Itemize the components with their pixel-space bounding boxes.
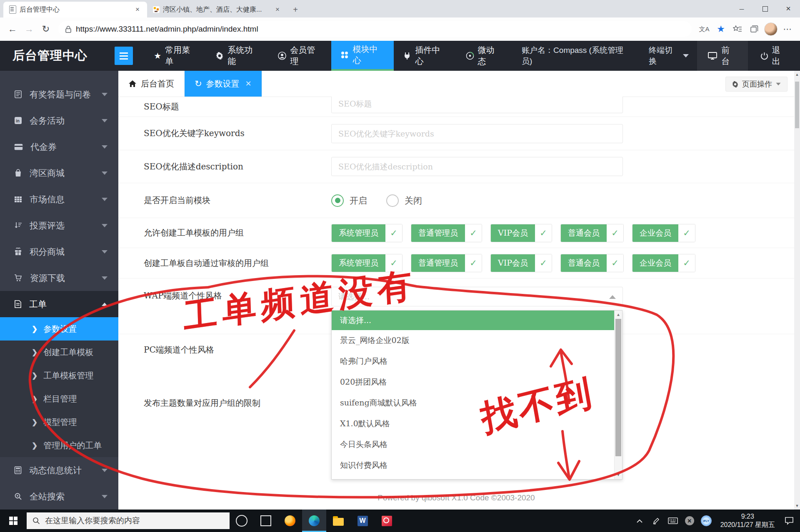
radio-off[interactable]: 关闭 [386,194,422,207]
new-tab-button[interactable]: + [290,4,301,15]
close-icon[interactable]: ✕ [245,79,252,88]
scroll-down-icon[interactable]: ▼ [794,503,800,509]
group-tag[interactable]: 普通管理员✓ [411,224,482,242]
forward-button[interactable]: → [21,21,38,37]
back-button[interactable]: ← [4,21,21,37]
scroll-up-icon[interactable]: ▲ [794,72,800,77]
nav-item-plugins[interactable]: 插件中心 [394,41,456,71]
submenu-item-user-workorders[interactable]: ❯ 管理用户的工单 [0,434,118,457]
sidebar-item-workorder[interactable]: 工单 [0,291,118,317]
dropdown-option[interactable]: 哈弗门户风格 [332,351,622,372]
group-tag[interactable]: 企业会员✓ [632,254,695,272]
dropdown-option[interactable]: X1.0默认风格 [332,413,622,434]
sidebar-item-points-mall[interactable]: 积分商城 [0,239,118,265]
taskbar-search[interactable]: 在这里输入你要搜索的内容 [27,512,230,529]
nav-item-common-menu[interactable]: ★ 常用菜单 [145,41,206,71]
maximize-button[interactable] [753,0,777,17]
seo-keywords-input[interactable] [331,124,623,143]
touch-keyboard-icon[interactable] [665,510,680,532]
scrollbar-thumb[interactable] [615,319,621,456]
tab-close-icon[interactable]: × [134,5,141,14]
page-operations-button[interactable]: 页面操作 [725,77,788,92]
submenu-item-params[interactable]: ❯ 参数设置 [0,317,118,341]
group-tag[interactable]: VIP会员✓ [490,254,552,272]
favorite-star-icon[interactable]: ★ [712,21,729,37]
frontend-button[interactable]: 前台 [697,41,748,71]
scrollbar-thumb[interactable] [795,82,799,128]
sidebar-item-mall[interactable]: 湾区商城 [0,160,118,186]
tab-close-icon[interactable]: × [274,5,281,14]
nav-item-moments[interactable]: 微动态 [457,41,511,71]
browser-menu-icon[interactable]: ⋯ [779,21,796,37]
group-tag[interactable]: 系统管理员✓ [331,224,402,242]
radio-on[interactable]: 开启 [331,194,367,207]
notification-icon[interactable] [782,510,797,532]
scroll-down-icon[interactable]: ▼ [615,472,622,478]
nav-item-members[interactable]: 会员管理 [269,41,331,71]
submenu-item-model-mgmt[interactable]: ❯ 模型管理 [0,410,118,434]
dropdown-option[interactable]: suifeng商城默认风格 [332,393,622,413]
tray-expand-icon[interactable] [632,510,647,532]
tray-x-icon[interactable]: ✕ [682,510,697,532]
dropdown-option-selected[interactable]: 请选择... [332,311,622,330]
sidebar-item-market[interactable]: 市场信息 [0,186,118,212]
word-icon[interactable]: W [350,510,375,532]
pen-icon[interactable] [649,510,664,532]
sidebar-item-vouchers[interactable]: 代金券 [0,134,118,160]
sidebar-item-resources[interactable]: 资源下载 [0,265,118,291]
collections-icon[interactable] [746,21,762,37]
task-view-button[interactable] [254,510,278,532]
tab-params-settings[interactable]: ↻ 参数设置 ✕ [185,71,262,97]
file-explorer-icon[interactable] [326,510,350,532]
seo-title-input[interactable] [331,97,623,113]
taskbar-clock[interactable]: 9:23 2020/11/27 星期五 [715,512,780,529]
submenu-item-template-mgmt[interactable]: ❯ 工单模板管理 [0,364,118,387]
group-tag[interactable]: 普通会员✓ [560,254,624,272]
dropdown-scrollbar[interactable]: ▲ ▼ [614,311,622,479]
dropdown-option[interactable]: 020拼团风格 [332,372,622,393]
sidebar-item-meetings[interactable]: in 会务活动 [0,107,118,134]
scroll-up-icon[interactable]: ▲ [615,311,622,318]
start-button[interactable] [0,510,27,532]
nav-item-system[interactable]: 系统功能 [206,41,269,71]
dropdown-option[interactable]: 知识付费风格 [332,455,622,476]
sidebar-item-stats[interactable]: 动态信息统计 [0,457,118,483]
reload-button[interactable]: ↻ [38,21,54,37]
url-field[interactable]: https://www.333111.net/admin.php/admin/i… [58,21,692,37]
wap-style-select[interactable]: 请选择... [331,287,623,306]
nav-item-modules[interactable]: 模块中心 [331,41,394,71]
favorites-bar-icon[interactable] [729,21,746,37]
sidebar: 有奖答题与问卷 in 会务活动 代金券 湾区商城 市场信息 投票评选 [0,71,118,510]
group-tag[interactable]: 普通会员✓ [560,224,624,242]
group-tag[interactable]: 系统管理员✓ [331,254,402,272]
browser-tab-admin[interactable]: 后台管理中心 × [3,2,147,17]
group-tag[interactable]: VIP会员✓ [490,224,552,242]
screenshot-app-icon[interactable] [375,510,399,532]
group-tag[interactable]: 企业会员✓ [632,224,695,242]
tab-admin-home[interactable]: 后台首页 [118,71,185,97]
minimize-button[interactable]: ─ [730,0,753,17]
group-tag[interactable]: 普通管理员✓ [411,254,482,272]
field-label: 允许创建工单模板的用户组 [118,227,331,239]
hamburger-button[interactable] [115,47,133,65]
logout-button[interactable]: 退出 [748,41,800,71]
sidebar-item-search[interactable]: 全站搜索 [0,483,118,510]
translate-icon[interactable]: 文A [696,21,712,37]
cortana-button[interactable] [230,510,254,532]
firefox-icon[interactable] [278,510,302,532]
ifly-icon[interactable]: iFLY [699,510,714,532]
submenu-item-column-mgmt[interactable]: ❯ 栏目管理 [0,387,118,410]
profile-avatar[interactable] [762,21,779,37]
sidebar-item-quiz[interactable]: 有奖答题与问卷 [0,81,118,107]
terminal-switch[interactable]: 终端切换 [640,41,697,71]
close-window-button[interactable]: ✕ [777,0,800,17]
seo-description-input[interactable] [331,157,623,176]
browser-tab-site[interactable]: 湾区小镇、地产、酒店、大健康... × [147,2,287,17]
sidebar-item-voting[interactable]: 投票评选 [0,212,118,239]
edge-icon[interactable] [302,510,326,532]
submenu-item-create-template[interactable]: ❯ 创建工单模板 [0,341,118,364]
dropdown-option[interactable]: 今日头条风格 [332,434,622,455]
page-scrollbar[interactable]: ▲ ▼ [794,71,800,510]
field-label: SEO优化描述description [118,161,331,172]
dropdown-option[interactable]: 景云_网络企业02版 [332,330,622,351]
